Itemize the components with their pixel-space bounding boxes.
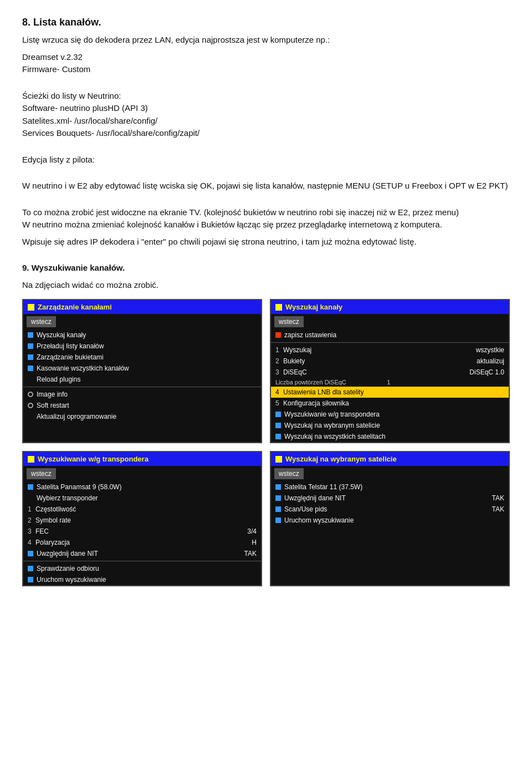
screen3-item-sprawdzanie[interactable]: Sprawdzanie odbioru <box>23 563 261 574</box>
screen1-item-softrestart[interactable]: Soft restart <box>23 400 261 411</box>
screen4-title-bar: Wyszukaj na wybranym satelicie <box>271 452 509 466</box>
para1: Listę wrzuca się do dekodera przez LAN, … <box>22 34 510 47</box>
screen2-item-wszystkich[interactable]: Wyszukaj na wszystkich satelitach <box>271 431 509 442</box>
screen4-item-nit[interactable]: Uwzględnij dane NIT TAK <box>271 493 509 504</box>
screen3-title-icon <box>28 456 34 463</box>
blue-sq-icon <box>275 495 281 501</box>
screen-wybrany-satelit: Wyszukaj na wybranym satelicie wstecz Sa… <box>270 451 510 586</box>
blue-sq-icon <box>275 434 281 439</box>
screen2-item-wybrany[interactable]: Wyszukaj na wybranym satelicie <box>271 420 509 431</box>
para6: To co można zrobić jest widoczne na ekra… <box>22 206 510 231</box>
screen3-item-3[interactable]: 3 FEC 3/4 <box>23 526 261 537</box>
screen3-title-label: Wyszukiwanie w/g transpondera <box>38 455 149 463</box>
screen3-back[interactable]: wstecz <box>27 468 56 479</box>
screen2-item-5[interactable]: 5 Konfiguracja siłownika <box>271 398 509 409</box>
screen1-title-bar: Zarządzanie kanałami <box>23 300 261 314</box>
screen4-back[interactable]: wstecz <box>274 468 304 479</box>
screen1-item-wyszukaj[interactable]: Wyszukaj kanały <box>23 329 261 341</box>
blue-sq-icon <box>28 343 33 349</box>
screen-zarzadzanie: Zarządzanie kanałami wstecz Wyszukaj kan… <box>22 299 262 443</box>
screen1-item-zarzadzanie[interactable]: Zarządzanie bukietami <box>23 352 261 363</box>
blue-sq-icon <box>28 577 33 582</box>
blue-sq-icon <box>275 506 281 512</box>
screen1-item-kasowanie[interactable]: Kasowanie wszystkich kanałów <box>23 363 261 374</box>
empty-icon <box>28 377 33 382</box>
screen4-item-uruchom[interactable]: Uruchom wyszukiwanie <box>271 515 509 526</box>
empty-icon <box>28 414 33 419</box>
screen-wyszukaj: Wyszukaj kanały wstecz zapisz ustawienia… <box>270 299 510 443</box>
screen4-title-icon <box>275 456 282 463</box>
screenshots-row-1: Zarządzanie kanałami wstecz Wyszukaj kan… <box>22 299 510 443</box>
screen1-title-icon <box>28 304 34 311</box>
section9: 9. Wyszukiwanie kanałów. <box>22 262 510 275</box>
screen3-item-4[interactable]: 4 Polaryzacja H <box>23 537 261 548</box>
blue-sq-icon <box>28 354 33 360</box>
screen2-item-4[interactable]: 4 Ustawienia LNB dla satelity <box>271 387 509 398</box>
blue-sq-icon <box>275 423 281 428</box>
blue-sq-icon <box>28 484 33 490</box>
heading: 8. Lista kanałów. <box>22 17 510 28</box>
blue-sq-icon <box>28 566 33 571</box>
para4: Edycja listy z pilota: <box>22 154 510 166</box>
screen1-title-label: Zarządzanie kanałami <box>38 303 112 311</box>
screen3-item-1[interactable]: 1 Częstotliwość <box>23 504 261 515</box>
screen1-item-reload[interactable]: Reload plugins <box>23 374 261 385</box>
screen2-item-zapisz[interactable]: zapisz ustawienia <box>271 329 509 341</box>
screen2-item-2[interactable]: 2 Bukiety aktualizuj <box>271 356 509 367</box>
screen-transponder: Wyszukiwanie w/g transpondera wstecz Sat… <box>22 451 262 586</box>
para5: W neutrino i w E2 aby edytować listę wci… <box>22 180 510 192</box>
circle-icon <box>28 403 33 408</box>
blue-sq-icon <box>275 518 281 523</box>
empty-icon <box>28 495 33 501</box>
para3: Ścieżki do listy w Neutrino: Software- n… <box>22 90 510 140</box>
blue-sq-icon <box>28 551 33 556</box>
screen3-sep <box>23 561 261 561</box>
blue-sq-icon <box>28 366 33 371</box>
blue-sq-icon <box>28 332 33 338</box>
screen2-item-transponder[interactable]: Wyszukiwanie w/g transpondera <box>271 409 509 420</box>
screen2-item-3[interactable]: 3 DiSEqC DiSEqC 1.0 <box>271 367 509 378</box>
screen3-item-uruchom[interactable]: Uruchom wyszukiwanie <box>23 574 261 585</box>
blue-sq-icon <box>275 484 281 490</box>
section9sub: Na zdjęciach widać co można zrobić. <box>22 279 510 292</box>
screen2-title-label: Wyszukaj kanały <box>285 303 342 311</box>
para7: Wpisuje się adres IP dekodera i "enter" … <box>22 236 510 248</box>
screen3-item-2[interactable]: 2 Symbol rate <box>23 515 261 526</box>
screen2-sep1 <box>271 342 509 343</box>
screen3-title-bar: Wyszukiwanie w/g transpondera <box>23 452 261 466</box>
screen3-item-nit[interactable]: Uwzględnij dane NIT TAK <box>23 548 261 559</box>
screen1-back[interactable]: wstecz <box>27 316 56 327</box>
blue-sq-icon <box>275 412 281 417</box>
screen3-item-satelita[interactable]: Satelita Panamsat 9 (58.0W) <box>23 481 261 493</box>
screen1-item-imageinfo[interactable]: Image info <box>23 389 261 400</box>
screen4-title-label: Wyszukaj na wybranym satelicie <box>285 455 397 463</box>
screen1-item-przeladuj[interactable]: Przeładuj listy kanałów <box>23 341 261 352</box>
screen2-diseqc-repeats: Liczba powtórzeń DiSEqC 1 <box>271 378 509 387</box>
screen2-back[interactable]: wstecz <box>274 316 304 327</box>
para2: Dreamset v.2.32Firmware- Custom <box>22 51 510 76</box>
screen2-title-icon <box>275 304 282 311</box>
screen3-item-wybierz[interactable]: Wybierz transponder <box>23 493 261 504</box>
screenshots-row-2: Wyszukiwanie w/g transpondera wstecz Sat… <box>22 451 510 586</box>
screen2-title-bar: Wyszukaj kanały <box>271 300 509 314</box>
screen1-sep1 <box>23 387 261 387</box>
red-sq-icon <box>275 332 281 338</box>
screen2-item-1[interactable]: 1 Wyszukaj wszystkie <box>271 344 509 356</box>
screen4-item-satelita[interactable]: Satelita Telstar 11 (37.5W) <box>271 481 509 493</box>
gear-icon <box>28 392 33 397</box>
screen1-item-aktualizuj[interactable]: Aktualizuj oprogramowanie <box>23 411 261 422</box>
screen4-item-scanpids[interactable]: Scan/Use pids TAK <box>271 504 509 515</box>
